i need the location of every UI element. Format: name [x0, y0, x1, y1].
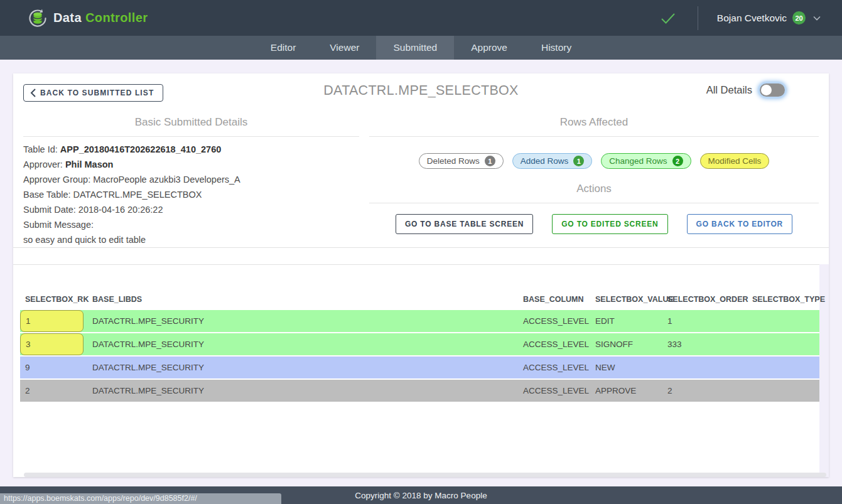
- table-cell: ACCESS_LEVEL: [518, 310, 590, 332]
- user-count-badge: 20: [792, 11, 806, 24]
- all-details-label: All Details: [706, 84, 752, 96]
- added-rows-badge[interactable]: Added Rows1: [512, 153, 593, 169]
- detail-field: Submit Message:: [23, 217, 359, 232]
- detail-field-value: Phil Mason: [65, 159, 114, 169]
- detail-field-label: Base Table:: [23, 190, 71, 200]
- app-title: Data Controller: [53, 11, 148, 25]
- table-row[interactable]: 1DATACTRL.MPE_SECURITYACCESS_LEVELEDIT1: [20, 310, 819, 332]
- table-cell: 3: [20, 333, 87, 355]
- detail-field-label: Submit Date:: [23, 205, 76, 215]
- changed-rows-badge[interactable]: Changed Rows2: [601, 153, 691, 169]
- copyright-text: Copyright © 2018 by Macro People: [355, 491, 487, 500]
- tab-viewer[interactable]: Viewer: [313, 36, 376, 60]
- table-cell: NEW: [590, 357, 662, 378]
- column-header-selectbox_type[interactable]: SELECTBOX_TYPE: [747, 295, 819, 304]
- rows-affected-heading: Rows Affected: [369, 111, 819, 136]
- table-cell: DATACTRL.MPE_SECURITY: [87, 380, 518, 402]
- data-grid: SELECTBOX_RKBASE_LIBDSBASE_COLUMNSELECTB…: [13, 264, 829, 477]
- modified-cell: 1: [20, 310, 84, 332]
- table-cell: [747, 357, 819, 378]
- column-header-base_column[interactable]: BASE_COLUMN: [518, 295, 590, 304]
- table-cell: [747, 333, 819, 355]
- table-cell: EDIT: [590, 310, 662, 332]
- table-cell: ACCESS_LEVEL: [518, 333, 590, 355]
- top-bar: Data Controller Bojan Cvetkovic 20: [0, 0, 842, 36]
- database-sync-icon: [28, 8, 48, 28]
- table-cell: 1: [662, 310, 747, 332]
- tab-history[interactable]: History: [524, 36, 588, 60]
- detail-field: Approver Group: MacroPeople azukbi3 Deve…: [23, 172, 359, 187]
- badge-count: 2: [672, 156, 683, 166]
- go-back-to-editor-button[interactable]: GO BACK TO EDITOR: [687, 214, 793, 234]
- detail-field-value: 2018-04-16 20:26:22: [78, 205, 163, 215]
- column-header-selectbox_rk[interactable]: SELECTBOX_RK: [20, 295, 87, 304]
- column-header-base_libds[interactable]: BASE_LIBDS: [87, 295, 518, 304]
- badge-label: Changed Rows: [609, 156, 667, 166]
- tab-editor[interactable]: Editor: [254, 36, 313, 60]
- modified-cell: 3: [20, 333, 84, 355]
- rows-affected-section: Rows Affected Deleted Rows1Added Rows1Ch…: [369, 111, 819, 247]
- table-cell: 2: [20, 380, 87, 402]
- toggle-knob: [761, 85, 772, 95]
- tab-approve[interactable]: Approve: [454, 36, 524, 60]
- table-cell: ACCESS_LEVEL: [518, 357, 590, 378]
- main-nav: EditorViewerSubmittedApproveHistory: [0, 36, 842, 60]
- section-divider: [369, 136, 819, 137]
- card-divider: [13, 247, 829, 248]
- section-divider: [369, 203, 819, 203]
- detail-field: Approver: Phil Mason: [23, 157, 359, 172]
- detail-field-value: DATACTRL.MPE_SELECTBOX: [73, 190, 202, 200]
- go-to-base-table-screen-button[interactable]: GO TO BASE TABLE SCREEN: [396, 214, 533, 234]
- badge-label: Deleted Rows: [427, 156, 480, 166]
- table-row[interactable]: 2DATACTRL.MPE_SECURITYACCESS_LEVELAPPROV…: [20, 380, 819, 402]
- deleted-rows-badge[interactable]: Deleted Rows1: [419, 153, 504, 169]
- table-cell: [662, 357, 747, 378]
- table-row[interactable]: 3DATACTRL.MPE_SECURITYACCESS_LEVELSIGNOF…: [20, 333, 819, 355]
- detail-field: Table Id: APP_20180416T202622618_410_276…: [23, 142, 359, 157]
- app-logo[interactable]: Data Controller: [28, 8, 148, 28]
- column-header-selectbox_value[interactable]: SELECTBOX_VALUE: [590, 295, 662, 304]
- table-cell: ACCESS_LEVEL: [518, 380, 590, 402]
- table-cell: 2: [662, 380, 747, 402]
- section-divider: [23, 136, 359, 137]
- table-cell: SIGNOFF: [590, 333, 662, 355]
- table-cell: 1: [20, 310, 87, 332]
- table-cell: 9: [20, 357, 87, 378]
- detail-field-label: Approver:: [23, 159, 63, 169]
- user-name: Bojan Cvetkovic: [717, 13, 787, 24]
- actions-heading: Actions: [369, 178, 819, 203]
- table-cell: [747, 310, 819, 332]
- modified-rows-badge[interactable]: Modified Cells: [700, 153, 770, 169]
- all-details-toggle[interactable]: [760, 83, 785, 97]
- browser-status-url: https://apps.boemskats.com/apps/repo/dev…: [0, 493, 281, 504]
- badge-count: 1: [573, 156, 584, 166]
- table-row[interactable]: 9DATACTRL.MPE_SECURITYACCESS_LEVELNEW: [20, 357, 819, 378]
- check-icon: [660, 12, 676, 24]
- table-cell: DATACTRL.MPE_SECURITY: [87, 333, 518, 355]
- go-to-edited-screen-button[interactable]: GO TO EDITED SCREEN: [552, 214, 667, 234]
- badge-label: Added Rows: [521, 156, 569, 166]
- detail-field-label: so easy and quick to edit table: [23, 235, 146, 245]
- detail-field: Submit Date: 2018-04-16 20:26:22: [23, 202, 359, 217]
- tab-submitted[interactable]: Submitted: [376, 36, 454, 60]
- user-menu[interactable]: Bojan Cvetkovic 20: [717, 11, 821, 24]
- badge-count: 1: [485, 156, 495, 166]
- grid-header-row: SELECTBOX_RKBASE_LIBDSBASE_COLUMNSELECTB…: [20, 293, 819, 306]
- detail-field-value: MacroPeople azukbi3 Developers_A: [93, 174, 240, 185]
- detail-field-value: APP_20180416T202622618_410_2760: [60, 144, 221, 154]
- detail-field: Base Table: DATACTRL.MPE_SELECTBOX: [23, 187, 359, 202]
- table-cell: 333: [662, 333, 747, 355]
- table-cell: DATACTRL.MPE_SECURITY: [87, 310, 518, 332]
- content-card: BACK TO SUBMITTED LIST DATACTRL.MPE_SELE…: [13, 73, 829, 477]
- table-cell: APPROVE: [590, 380, 662, 402]
- column-header-selectbox_order[interactable]: SELECTBOX_ORDER: [662, 295, 747, 304]
- grid-horizontal-scrollbar[interactable]: [24, 473, 826, 477]
- detail-field-label: Submit Message:: [23, 220, 94, 230]
- basic-details-heading: Basic Submitted Details: [23, 111, 359, 136]
- detail-field-label: Approver Group:: [23, 174, 90, 185]
- table-cell: DATACTRL.MPE_SECURITY: [87, 357, 518, 378]
- chevron-down-icon: [813, 16, 821, 21]
- header-divider: [698, 6, 698, 30]
- detail-field: so easy and quick to edit table: [23, 232, 359, 247]
- badge-label: Modified Cells: [708, 156, 762, 166]
